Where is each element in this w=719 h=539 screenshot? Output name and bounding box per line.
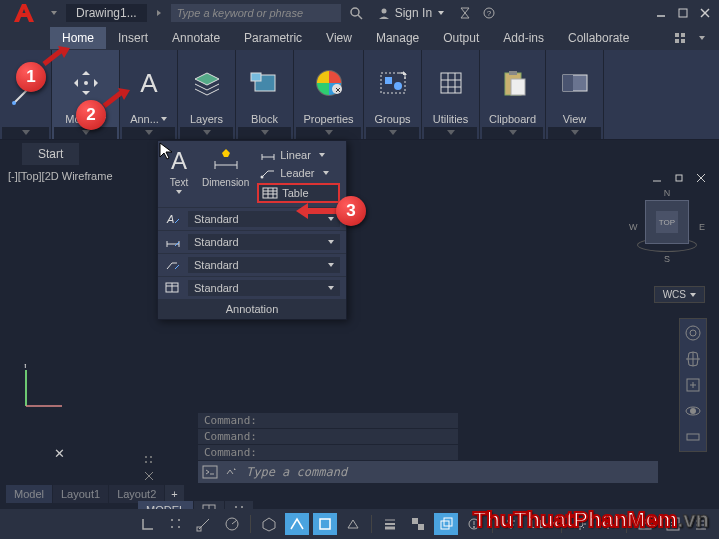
svg-point-85 [171,526,173,528]
tab-view[interactable]: View [314,27,364,49]
viewport-label[interactable]: [-][Top][2D Wireframe [8,170,113,182]
panel-groups[interactable]: Groups [364,50,422,139]
tab-model[interactable]: Model [6,485,53,503]
start-tab[interactable]: Start [22,143,79,165]
leader-icon [260,167,276,179]
move-icon[interactable] [68,65,104,101]
text-a-icon[interactable]: A [131,65,167,101]
sb-iso-icon[interactable] [257,513,281,535]
vp-minimize-icon[interactable] [649,170,665,186]
nav-zoom-icon[interactable] [683,375,703,395]
callout-1-arrow [40,46,70,68]
sb-dyninput-icon[interactable] [285,513,309,535]
wcs-selector[interactable]: WCS [654,286,705,303]
panel-layers[interactable]: Layers [178,50,236,139]
svg-point-16 [84,81,88,85]
maximize-button[interactable] [675,5,691,21]
sb-ortho-icon[interactable] [136,513,160,535]
flyout-dimension-button[interactable]: Dimension [202,145,249,188]
ribbon-minimize-icon[interactable] [693,29,711,47]
svg-rect-44 [687,434,699,440]
flyout-dimstyle-row[interactable]: Standard [158,230,346,253]
sb-dots-icon[interactable] [164,513,188,535]
nav-orbit-icon[interactable] [683,401,703,421]
help-search-input[interactable]: Type a keyword or phrase [171,4,341,22]
tab-output[interactable]: Output [431,27,491,49]
svg-rect-10 [681,33,685,37]
nav-pan-icon[interactable] [683,349,703,369]
featured-apps-icon[interactable] [671,29,689,47]
close-button[interactable] [697,5,713,21]
panel-utilities[interactable]: Utilities [422,50,480,139]
clipboard-icon[interactable] [495,65,531,101]
viewcube[interactable]: N W E TOP S [629,188,705,278]
sb-otrack-icon[interactable] [341,513,365,535]
flyout-mleaderstyle-row[interactable]: Standard [158,253,346,276]
panel-clipboard[interactable]: Clipboard [480,50,546,139]
qat-dropdown-icon[interactable] [48,7,60,19]
tab-collaborate[interactable]: Collaborate [556,27,641,49]
view-icon[interactable] [557,65,593,101]
tab-annotate[interactable]: Annotate [160,27,232,49]
exchange-icon[interactable] [456,4,474,22]
svg-point-39 [686,326,700,340]
command-input-row[interactable]: Type a command [198,461,658,483]
panel-block[interactable]: Block [236,50,294,139]
command-handle[interactable] [140,453,158,483]
sb-lwt-icon[interactable] [378,513,402,535]
flyout-linear-button[interactable]: Linear [257,147,340,163]
sb-polar-icon[interactable] [220,513,244,535]
viewcube-face[interactable]: TOP [645,200,689,244]
tab-layout1[interactable]: Layout1 [53,485,109,503]
command-customize-icon[interactable] [220,463,240,481]
cmd-grip-icon[interactable] [140,453,158,467]
tab-insert[interactable]: Insert [106,27,160,49]
callout-3: 3 [336,196,366,226]
document-tab[interactable]: Drawing1... [66,4,147,22]
sb-osnap-icon[interactable] [313,513,337,535]
svg-rect-96 [441,521,449,529]
mleaderstyle-icon [164,258,182,272]
svg-point-55 [261,176,264,179]
tab-parametric[interactable]: Parametric [232,27,314,49]
sb-cycling-icon[interactable] [434,513,458,535]
nav-expand-icon[interactable] [683,427,703,447]
cmd-close-icon[interactable] [140,469,158,483]
svg-point-86 [178,526,180,528]
sb-transparency-icon[interactable] [406,513,430,535]
ucs-x-label: ✕ [54,446,65,461]
svg-rect-34 [563,75,573,91]
properties-icon[interactable] [311,65,347,101]
help-icon[interactable]: ? [480,4,498,22]
svg-point-84 [178,519,180,521]
groups-icon[interactable] [375,65,411,101]
sb-infer-icon[interactable] [192,513,216,535]
viewcube-east: E [699,222,705,232]
tab-addins[interactable]: Add-ins [491,27,556,49]
search-icon[interactable] [347,4,365,22]
panel-view[interactable]: View [546,50,604,139]
ucs-icon[interactable]: Y [18,364,68,417]
sign-in-button[interactable]: Sign In [371,6,450,20]
flyout-leader-button[interactable]: Leader [257,165,340,181]
doc-menu-icon[interactable] [153,7,165,19]
nav-wheel-icon[interactable] [683,323,703,343]
callout-1: 1 [16,62,46,92]
app-logo[interactable] [6,0,42,26]
watermark: ThuThuatPhanMem.vn [473,507,709,533]
command-prompt-icon [200,463,220,481]
vp-close-icon[interactable] [693,170,709,186]
layers-icon[interactable] [189,65,225,101]
viewcube-west: W [629,222,638,232]
tab-manage[interactable]: Manage [364,27,431,49]
vp-restore-icon[interactable] [671,170,687,186]
block-icon[interactable] [247,65,283,101]
command-input[interactable]: Type a command [240,463,656,481]
flyout-tablestyle-row[interactable]: Standard [158,276,346,299]
svg-point-71 [150,461,152,463]
dimension-big-icon [211,145,241,175]
panel-properties[interactable]: Properties [294,50,364,139]
utilities-icon[interactable] [433,65,469,101]
command-history-line: Command: [198,445,458,460]
minimize-button[interactable] [653,5,669,21]
